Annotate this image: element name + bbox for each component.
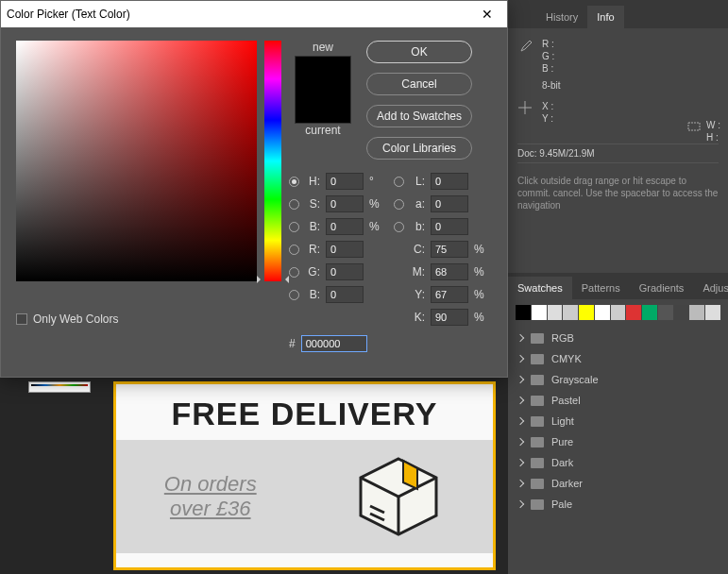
folder-icon: [531, 458, 544, 468]
tab-swatches[interactable]: Swatches: [508, 277, 572, 299]
swatch-folder-pure[interactable]: Pure: [516, 431, 720, 452]
tab-info[interactable]: Info: [587, 6, 623, 28]
tab-patterns[interactable]: Patterns: [572, 277, 630, 299]
swatch[interactable]: [705, 305, 720, 320]
dialog-title: Color Picker (Text Color): [7, 8, 473, 21]
swatch-folder-pale[interactable]: Pale: [516, 494, 720, 515]
swatch[interactable]: [611, 305, 626, 320]
input-R[interactable]: [326, 241, 364, 258]
input-Bhsb[interactable]: [326, 218, 364, 235]
folder-label: Dark: [551, 457, 573, 468]
tab-adjustments[interactable]: Adjustment: [693, 277, 728, 299]
input-C[interactable]: [431, 241, 468, 258]
swatch-folder-light[interactable]: Light: [516, 411, 720, 431]
label-K: K:: [410, 311, 425, 324]
hue-handle[interactable]: [257, 276, 264, 283]
close-icon[interactable]: ✕: [473, 7, 501, 22]
web-colors-checkbox[interactable]: [16, 313, 27, 325]
radio-Brgb[interactable]: [289, 290, 299, 300]
chevron-right-icon: [516, 397, 524, 404]
tab-gradients[interactable]: Gradients: [630, 277, 694, 299]
input-a[interactable]: [431, 195, 468, 212]
hue-handle[interactable]: [281, 276, 289, 283]
radio-a[interactable]: [394, 199, 404, 210]
saturation-value-field[interactable]: [16, 41, 257, 281]
input-S[interactable]: [326, 195, 364, 212]
radio-Bhsb[interactable]: [289, 222, 299, 232]
input-K[interactable]: [431, 309, 468, 326]
right-panel: History Info R : G : B : 8-bit X : Y : W…: [508, 0, 728, 574]
swatch[interactable]: [626, 305, 641, 320]
swatch[interactable]: [548, 305, 563, 320]
folder-icon: [531, 333, 544, 344]
ok-button[interactable]: OK: [366, 41, 472, 63]
preview-new: [296, 57, 350, 90]
input-Brgb[interactable]: [326, 286, 364, 303]
input-G[interactable]: [326, 263, 364, 280]
info-tabs: History Info: [508, 0, 728, 28]
unit-Y: %: [474, 288, 485, 301]
banner-title: FREE DELIVERY: [116, 384, 493, 440]
label-b: b:: [410, 220, 425, 233]
swatch[interactable]: [642, 305, 657, 320]
swatch[interactable]: [579, 305, 594, 320]
label-Bhsb: B:: [305, 220, 320, 233]
folder-label: Grayscale: [551, 374, 599, 385]
new-label: new: [313, 41, 333, 54]
folder-label: RGB: [551, 332, 574, 344]
chevron-right-icon: [516, 459, 524, 466]
color-preview: [295, 56, 351, 124]
color-libraries-button[interactable]: Color Libraries: [366, 137, 472, 160]
chevron-right-icon: [516, 376, 524, 383]
swatch[interactable]: [595, 305, 610, 320]
swatch-folder-dark[interactable]: Dark: [516, 452, 720, 473]
chevron-right-icon: [516, 480, 524, 487]
add-swatches-button[interactable]: Add to Swatches: [366, 105, 472, 127]
label-G: G:: [305, 265, 320, 279]
hue-slider[interactable]: [264, 41, 281, 281]
banner-line2: over £36: [170, 497, 251, 521]
radio-S[interactable]: [289, 199, 299, 210]
input-H[interactable]: [326, 173, 364, 190]
dialog-titlebar[interactable]: Color Picker (Text Color) ✕: [1, 1, 507, 27]
tab-history[interactable]: History: [536, 6, 587, 28]
canvas[interactable]: FREE DELIVERY On orders over £36: [0, 378, 508, 574]
input-b[interactable]: [431, 218, 468, 235]
doc-size: Doc: 9.45M/21.9M: [517, 144, 719, 163]
label-H: H:: [305, 175, 320, 188]
swatch-folder-rgb[interactable]: RGB: [516, 328, 720, 348]
input-Y[interactable]: [431, 286, 468, 303]
radio-R[interactable]: [289, 245, 299, 255]
hint-text: Click outside drag range or hit escape t…: [517, 175, 719, 211]
label-S: S:: [305, 197, 320, 211]
eyedropper-icon: [517, 38, 533, 53]
swatch[interactable]: [563, 305, 578, 320]
label-R: R:: [305, 243, 320, 256]
swatch[interactable]: [658, 305, 673, 320]
input-L[interactable]: [431, 173, 468, 190]
swatch[interactable]: [516, 305, 531, 320]
hex-input[interactable]: [301, 335, 367, 352]
folder-label: Pale: [551, 498, 572, 510]
swatch-row: [516, 305, 720, 320]
radio-L[interactable]: [394, 177, 404, 187]
unit-S: %: [369, 197, 381, 211]
radio-H[interactable]: [289, 177, 299, 187]
swatch[interactable]: [674, 305, 689, 320]
swatch[interactable]: [689, 305, 704, 320]
swatch[interactable]: [532, 305, 547, 320]
folder-label: CMYK: [551, 353, 582, 364]
radio-b[interactable]: [394, 222, 404, 232]
radio-G[interactable]: [289, 267, 299, 278]
swatch-folder-darker[interactable]: Darker: [516, 473, 720, 494]
folder-label: Darker: [551, 478, 583, 489]
document-thumb[interactable]: [28, 381, 91, 393]
input-M[interactable]: [431, 263, 468, 280]
chevron-right-icon: [516, 500, 524, 508]
swatch-folder-cmyk[interactable]: CMYK: [516, 348, 720, 369]
swatch-folder-grayscale[interactable]: Grayscale: [516, 369, 720, 390]
cancel-button[interactable]: Cancel: [366, 73, 472, 95]
bit-depth: 8-bit: [517, 80, 719, 91]
crosshair-icon: [517, 100, 533, 115]
swatch-folder-pastel[interactable]: Pastel: [516, 390, 720, 411]
